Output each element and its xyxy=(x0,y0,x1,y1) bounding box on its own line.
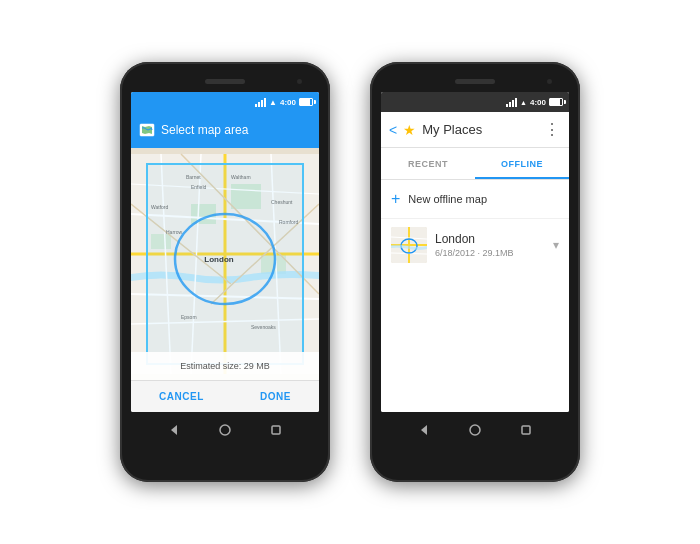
battery-2 xyxy=(549,98,563,106)
speaker-2 xyxy=(455,79,495,84)
london-info: London 6/18/2012 · 29.1MB xyxy=(435,232,545,258)
home-nav-icon-1[interactable] xyxy=(216,421,234,439)
svg-marker-38 xyxy=(421,425,427,435)
map-nav-icon xyxy=(139,122,155,138)
tab-offline[interactable]: OFFLINE xyxy=(475,148,569,179)
speaker xyxy=(205,79,245,84)
tabs-bar: RECENT OFFLINE xyxy=(381,148,569,180)
app-bar-title-1: Select map area xyxy=(161,123,311,137)
back-arrow-icon[interactable]: < xyxy=(389,122,397,138)
time-display-1: 4:00 xyxy=(280,98,296,107)
signal-bars xyxy=(255,97,266,107)
app-bar-1: Select map area xyxy=(131,112,319,148)
more-options-icon[interactable]: ⋮ xyxy=(544,120,561,139)
status-bar-2: ▲ 4:00 xyxy=(381,92,569,112)
estimated-size: Estimated size: 29 MB xyxy=(180,361,270,371)
recent-nav-icon-1[interactable] xyxy=(267,421,285,439)
camera-2 xyxy=(547,79,552,84)
star-icon: ★ xyxy=(403,122,416,138)
status-icons-2: ▲ 4:00 xyxy=(506,97,563,107)
battery-1 xyxy=(299,98,313,106)
wifi-icon-2: ▲ xyxy=(520,99,527,106)
places-content: + New offline map Lo xyxy=(381,180,569,412)
status-bar-1: ▲ 4:00 xyxy=(131,92,319,112)
london-date: 6/18/2012 · 29.1MB xyxy=(435,248,545,258)
svg-rect-40 xyxy=(522,426,530,434)
dropdown-arrow-icon: ▾ xyxy=(553,238,559,252)
signal-bars-2 xyxy=(506,97,517,107)
svg-rect-31 xyxy=(272,426,280,434)
svg-point-30 xyxy=(220,425,230,435)
nav-bar-2 xyxy=(378,416,572,444)
map-selection-box xyxy=(146,163,304,365)
svg-marker-29 xyxy=(171,425,177,435)
map-view[interactable]: London Watford Harrow Cheshunt Romford E… xyxy=(131,148,319,380)
status-icons-1: ▲ 4:00 xyxy=(255,97,313,107)
camera xyxy=(297,79,302,84)
recent-nav-icon-2[interactable] xyxy=(517,421,535,439)
wifi-icon: ▲ xyxy=(269,98,277,107)
map-size-bar: Estimated size: 29 MB xyxy=(131,352,319,380)
london-thumbnail xyxy=(391,227,427,263)
phone-2-screen: ▲ 4:00 < ★ My Places ⋮ RECENT OFFLINE xyxy=(381,92,569,412)
phone-1-top xyxy=(128,74,322,88)
cancel-button[interactable]: CANCEL xyxy=(159,391,204,402)
new-offline-map-row[interactable]: + New offline map xyxy=(381,180,569,219)
new-offline-map-label: New offline map xyxy=(408,193,487,205)
done-button[interactable]: DONE xyxy=(260,391,291,402)
home-nav-icon-2[interactable] xyxy=(466,421,484,439)
time-display-2: 4:00 xyxy=(530,98,546,107)
plus-icon: + xyxy=(391,190,400,208)
map-action-bar: CANCEL DONE xyxy=(131,380,319,412)
map-item-london[interactable]: London 6/18/2012 · 29.1MB ▾ xyxy=(381,219,569,271)
tab-recent[interactable]: RECENT xyxy=(381,148,475,179)
phone-1-screen: ▲ 4:00 Select map area xyxy=(131,92,319,412)
phone-1: ▲ 4:00 Select map area xyxy=(120,62,330,482)
phone-2: ▲ 4:00 < ★ My Places ⋮ RECENT OFFLINE xyxy=(370,62,580,482)
london-name: London xyxy=(435,232,545,246)
places-title: My Places xyxy=(422,122,538,137)
nav-bar-1 xyxy=(128,416,322,444)
svg-point-39 xyxy=(470,425,480,435)
back-nav-icon-2[interactable] xyxy=(415,421,433,439)
phone-2-top xyxy=(378,74,572,88)
back-nav-icon-1[interactable] xyxy=(165,421,183,439)
app-bar-2: < ★ My Places ⋮ xyxy=(381,112,569,148)
